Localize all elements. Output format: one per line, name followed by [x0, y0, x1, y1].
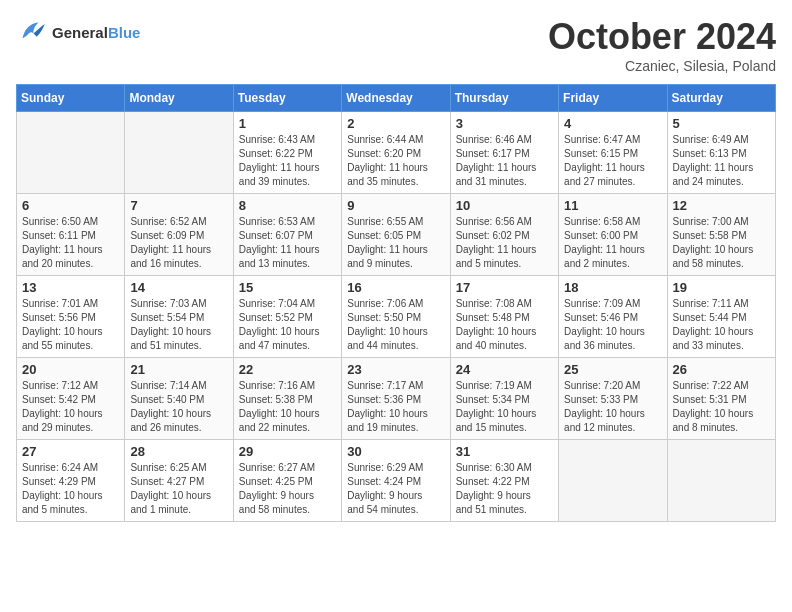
calendar-day-cell: 29Sunrise: 6:27 AM Sunset: 4:25 PM Dayli…	[233, 440, 341, 522]
day-number: 28	[130, 444, 227, 459]
day-number: 29	[239, 444, 336, 459]
day-number: 19	[673, 280, 770, 295]
day-info: Sunrise: 7:17 AM Sunset: 5:36 PM Dayligh…	[347, 379, 444, 435]
calendar-day-cell	[125, 112, 233, 194]
day-info: Sunrise: 6:29 AM Sunset: 4:24 PM Dayligh…	[347, 461, 444, 517]
day-number: 7	[130, 198, 227, 213]
calendar-day-cell: 14Sunrise: 7:03 AM Sunset: 5:54 PM Dayli…	[125, 276, 233, 358]
calendar-day-cell: 27Sunrise: 6:24 AM Sunset: 4:29 PM Dayli…	[17, 440, 125, 522]
calendar-day-cell: 9Sunrise: 6:55 AM Sunset: 6:05 PM Daylig…	[342, 194, 450, 276]
day-number: 20	[22, 362, 119, 377]
calendar-day-cell: 21Sunrise: 7:14 AM Sunset: 5:40 PM Dayli…	[125, 358, 233, 440]
day-info: Sunrise: 6:47 AM Sunset: 6:15 PM Dayligh…	[564, 133, 661, 189]
day-info: Sunrise: 7:22 AM Sunset: 5:31 PM Dayligh…	[673, 379, 770, 435]
calendar-day-cell: 10Sunrise: 6:56 AM Sunset: 6:02 PM Dayli…	[450, 194, 558, 276]
day-number: 2	[347, 116, 444, 131]
weekday-header: Friday	[559, 85, 667, 112]
calendar-day-cell: 19Sunrise: 7:11 AM Sunset: 5:44 PM Dayli…	[667, 276, 775, 358]
calendar-week-row: 6Sunrise: 6:50 AM Sunset: 6:11 PM Daylig…	[17, 194, 776, 276]
day-info: Sunrise: 7:14 AM Sunset: 5:40 PM Dayligh…	[130, 379, 227, 435]
day-number: 4	[564, 116, 661, 131]
calendar-week-row: 27Sunrise: 6:24 AM Sunset: 4:29 PM Dayli…	[17, 440, 776, 522]
calendar-day-cell: 22Sunrise: 7:16 AM Sunset: 5:38 PM Dayli…	[233, 358, 341, 440]
day-number: 9	[347, 198, 444, 213]
day-number: 21	[130, 362, 227, 377]
day-number: 23	[347, 362, 444, 377]
calendar-day-cell: 31Sunrise: 6:30 AM Sunset: 4:22 PM Dayli…	[450, 440, 558, 522]
logo-icon	[16, 16, 48, 48]
location: Czaniec, Silesia, Poland	[548, 58, 776, 74]
calendar-day-cell: 23Sunrise: 7:17 AM Sunset: 5:36 PM Dayli…	[342, 358, 450, 440]
day-info: Sunrise: 7:16 AM Sunset: 5:38 PM Dayligh…	[239, 379, 336, 435]
page-header: GeneralBlue October 2024 Czaniec, Silesi…	[16, 16, 776, 74]
day-number: 5	[673, 116, 770, 131]
calendar-day-cell: 3Sunrise: 6:46 AM Sunset: 6:17 PM Daylig…	[450, 112, 558, 194]
calendar-day-cell: 6Sunrise: 6:50 AM Sunset: 6:11 PM Daylig…	[17, 194, 125, 276]
calendar-day-cell: 1Sunrise: 6:43 AM Sunset: 6:22 PM Daylig…	[233, 112, 341, 194]
day-number: 15	[239, 280, 336, 295]
calendar-day-cell	[17, 112, 125, 194]
calendar-day-cell: 2Sunrise: 6:44 AM Sunset: 6:20 PM Daylig…	[342, 112, 450, 194]
logo-text: GeneralBlue	[52, 24, 140, 41]
day-number: 8	[239, 198, 336, 213]
day-info: Sunrise: 7:19 AM Sunset: 5:34 PM Dayligh…	[456, 379, 553, 435]
month-title: October 2024	[548, 16, 776, 58]
day-number: 16	[347, 280, 444, 295]
weekday-header: Saturday	[667, 85, 775, 112]
day-number: 26	[673, 362, 770, 377]
day-number: 6	[22, 198, 119, 213]
calendar-day-cell	[667, 440, 775, 522]
day-number: 12	[673, 198, 770, 213]
day-info: Sunrise: 7:01 AM Sunset: 5:56 PM Dayligh…	[22, 297, 119, 353]
day-info: Sunrise: 7:20 AM Sunset: 5:33 PM Dayligh…	[564, 379, 661, 435]
calendar-day-cell: 12Sunrise: 7:00 AM Sunset: 5:58 PM Dayli…	[667, 194, 775, 276]
day-number: 13	[22, 280, 119, 295]
logo: GeneralBlue	[16, 16, 140, 48]
calendar-day-cell	[559, 440, 667, 522]
calendar-day-cell: 26Sunrise: 7:22 AM Sunset: 5:31 PM Dayli…	[667, 358, 775, 440]
day-info: Sunrise: 7:03 AM Sunset: 5:54 PM Dayligh…	[130, 297, 227, 353]
day-info: Sunrise: 6:25 AM Sunset: 4:27 PM Dayligh…	[130, 461, 227, 517]
day-info: Sunrise: 7:12 AM Sunset: 5:42 PM Dayligh…	[22, 379, 119, 435]
day-info: Sunrise: 6:49 AM Sunset: 6:13 PM Dayligh…	[673, 133, 770, 189]
title-block: October 2024 Czaniec, Silesia, Poland	[548, 16, 776, 74]
day-info: Sunrise: 6:56 AM Sunset: 6:02 PM Dayligh…	[456, 215, 553, 271]
day-info: Sunrise: 7:06 AM Sunset: 5:50 PM Dayligh…	[347, 297, 444, 353]
day-info: Sunrise: 6:43 AM Sunset: 6:22 PM Dayligh…	[239, 133, 336, 189]
day-number: 18	[564, 280, 661, 295]
day-info: Sunrise: 6:24 AM Sunset: 4:29 PM Dayligh…	[22, 461, 119, 517]
day-number: 17	[456, 280, 553, 295]
day-info: Sunrise: 7:04 AM Sunset: 5:52 PM Dayligh…	[239, 297, 336, 353]
weekday-header: Sunday	[17, 85, 125, 112]
calendar-week-row: 20Sunrise: 7:12 AM Sunset: 5:42 PM Dayli…	[17, 358, 776, 440]
calendar-day-cell: 16Sunrise: 7:06 AM Sunset: 5:50 PM Dayli…	[342, 276, 450, 358]
calendar-day-cell: 24Sunrise: 7:19 AM Sunset: 5:34 PM Dayli…	[450, 358, 558, 440]
day-number: 22	[239, 362, 336, 377]
day-number: 31	[456, 444, 553, 459]
day-number: 1	[239, 116, 336, 131]
calendar-day-cell: 20Sunrise: 7:12 AM Sunset: 5:42 PM Dayli…	[17, 358, 125, 440]
day-info: Sunrise: 6:55 AM Sunset: 6:05 PM Dayligh…	[347, 215, 444, 271]
calendar-day-cell: 5Sunrise: 6:49 AM Sunset: 6:13 PM Daylig…	[667, 112, 775, 194]
day-info: Sunrise: 6:52 AM Sunset: 6:09 PM Dayligh…	[130, 215, 227, 271]
calendar-day-cell: 30Sunrise: 6:29 AM Sunset: 4:24 PM Dayli…	[342, 440, 450, 522]
weekday-header: Thursday	[450, 85, 558, 112]
day-info: Sunrise: 7:00 AM Sunset: 5:58 PM Dayligh…	[673, 215, 770, 271]
calendar-day-cell: 8Sunrise: 6:53 AM Sunset: 6:07 PM Daylig…	[233, 194, 341, 276]
calendar-week-row: 13Sunrise: 7:01 AM Sunset: 5:56 PM Dayli…	[17, 276, 776, 358]
day-info: Sunrise: 6:50 AM Sunset: 6:11 PM Dayligh…	[22, 215, 119, 271]
day-info: Sunrise: 7:11 AM Sunset: 5:44 PM Dayligh…	[673, 297, 770, 353]
calendar-day-cell: 11Sunrise: 6:58 AM Sunset: 6:00 PM Dayli…	[559, 194, 667, 276]
day-info: Sunrise: 7:09 AM Sunset: 5:46 PM Dayligh…	[564, 297, 661, 353]
day-info: Sunrise: 6:46 AM Sunset: 6:17 PM Dayligh…	[456, 133, 553, 189]
calendar-day-cell: 7Sunrise: 6:52 AM Sunset: 6:09 PM Daylig…	[125, 194, 233, 276]
calendar-day-cell: 18Sunrise: 7:09 AM Sunset: 5:46 PM Dayli…	[559, 276, 667, 358]
calendar-day-cell: 25Sunrise: 7:20 AM Sunset: 5:33 PM Dayli…	[559, 358, 667, 440]
day-info: Sunrise: 6:58 AM Sunset: 6:00 PM Dayligh…	[564, 215, 661, 271]
weekday-header: Tuesday	[233, 85, 341, 112]
day-info: Sunrise: 6:30 AM Sunset: 4:22 PM Dayligh…	[456, 461, 553, 517]
calendar-day-cell: 17Sunrise: 7:08 AM Sunset: 5:48 PM Dayli…	[450, 276, 558, 358]
day-number: 30	[347, 444, 444, 459]
day-number: 10	[456, 198, 553, 213]
weekday-header: Monday	[125, 85, 233, 112]
